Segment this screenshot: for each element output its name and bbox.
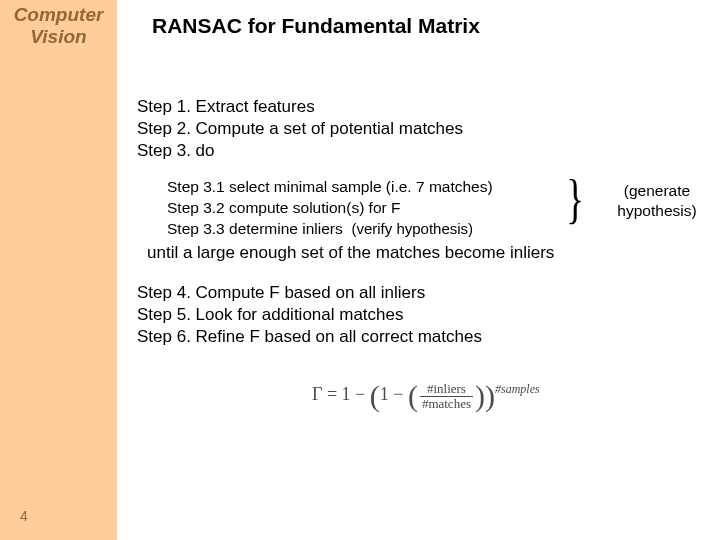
slide-content: RANSAC for Fundamental Matrix Step 1. Ex…	[117, 0, 720, 540]
lparen-inner: (	[408, 379, 418, 412]
brace-icon: }	[566, 172, 584, 226]
fraction: #inliers#matches	[420, 382, 473, 410]
step-2: Step 2. Compute a set of potential match…	[137, 118, 463, 140]
exponent: #samples	[495, 382, 540, 396]
eq-text: = 1 −	[322, 384, 369, 404]
rparen-inner: )	[475, 379, 485, 412]
slide-title: RANSAC for Fundamental Matrix	[152, 14, 480, 38]
sidebar: Computer Vision 4	[0, 0, 117, 540]
sidebar-title: Computer Vision	[0, 4, 117, 48]
steps-1-3: Step 1. Extract features Step 2. Compute…	[137, 96, 463, 162]
step-4: Step 4. Compute F based on all inliers	[137, 282, 482, 304]
step-6: Step 6. Refine F based on all correct ma…	[137, 326, 482, 348]
verify-hypothesis: (verify hypothesis)	[351, 220, 473, 237]
formula: Γ = 1 − (1 − (#inliers#matches))#samples	[312, 382, 540, 410]
page-number: 4	[20, 508, 28, 524]
rparen-outer: )	[485, 379, 495, 412]
fraction-denominator: #matches	[420, 397, 473, 411]
sidebar-title-line2: Vision	[30, 26, 86, 47]
one-minus: 1 −	[380, 384, 408, 404]
annot-line2: hypothesis)	[617, 202, 696, 219]
fraction-numerator: #inliers	[420, 382, 473, 397]
step-3-1: Step 3.1 select minimal sample (i.e. 7 m…	[167, 177, 493, 198]
step-3: Step 3. do	[137, 140, 463, 162]
lparen-outer: (	[370, 379, 380, 412]
sidebar-title-line1: Computer	[14, 4, 104, 25]
step-1: Step 1. Extract features	[137, 96, 463, 118]
gamma-symbol: Γ	[312, 384, 322, 404]
step-3-2: Step 3.2 compute solution(s) for F	[167, 198, 493, 219]
annot-line1: (generate	[624, 182, 690, 199]
substeps: Step 3.1 select minimal sample (i.e. 7 m…	[167, 177, 493, 240]
until-clause: until a large enough set of the matches …	[147, 243, 554, 263]
step-3-3: Step 3.3 determine inliers (verify hypot…	[167, 219, 493, 240]
step-5: Step 5. Look for additional matches	[137, 304, 482, 326]
steps-4-6: Step 4. Compute F based on all inliers S…	[137, 282, 482, 348]
generate-hypothesis-annotation: (generate hypothesis)	[607, 181, 707, 221]
step-3-3-text: Step 3.3 determine inliers	[167, 220, 343, 237]
